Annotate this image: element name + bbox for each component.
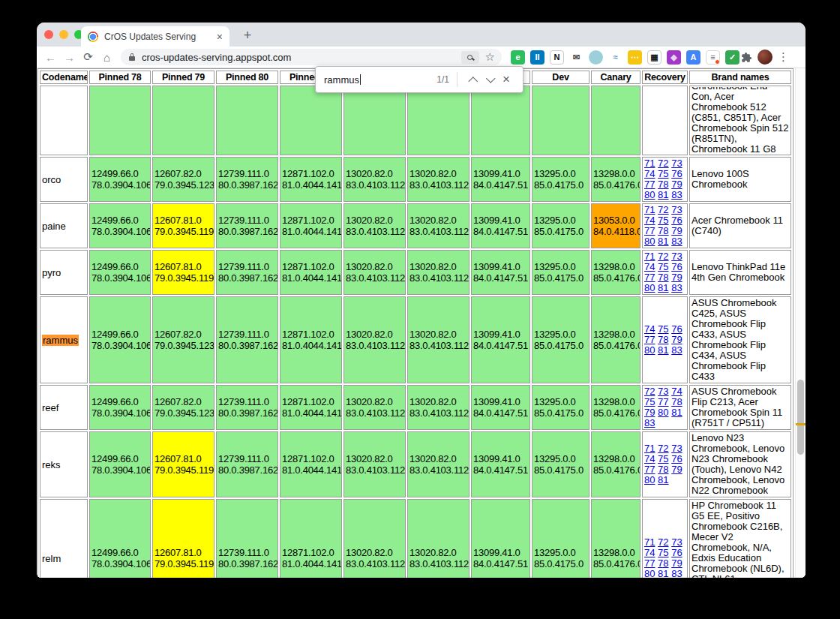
reload-button[interactable]: ⟳ xyxy=(79,50,98,64)
recovery-link[interactable]: 74 xyxy=(644,453,655,464)
recovery-link[interactable]: 83 xyxy=(671,344,682,356)
recovery-link[interactable]: 72 xyxy=(658,443,668,454)
recovery-link[interactable]: 73 xyxy=(671,204,682,215)
recovery-link[interactable]: 81 xyxy=(658,189,668,200)
bookmark-star-icon[interactable]: ☆ xyxy=(485,50,495,64)
traffic-light-minimize[interactable] xyxy=(59,30,68,39)
recovery-link[interactable]: 74 xyxy=(644,215,655,226)
purple-icon[interactable]: ◆ xyxy=(667,50,681,65)
recovery-link[interactable]: 81 xyxy=(658,474,668,485)
recovery-link[interactable]: 75 xyxy=(644,396,655,407)
qr-code-icon[interactable]: ▦ xyxy=(647,50,662,65)
recovery-link[interactable]: 73 xyxy=(671,536,682,548)
recovery-link[interactable]: 76 xyxy=(671,168,682,179)
tab-close-icon[interactable]: × xyxy=(217,32,223,42)
recovery-link[interactable]: 81 xyxy=(658,282,668,293)
recovery-link[interactable]: 83 xyxy=(671,236,682,247)
recovery-link[interactable]: 76 xyxy=(671,215,682,226)
recovery-link[interactable]: 75 xyxy=(658,215,668,226)
recovery-link[interactable]: 71 xyxy=(644,204,655,215)
find-previous-button[interactable] xyxy=(465,71,482,88)
recovery-link[interactable]: 77 xyxy=(644,334,655,345)
find-in-page-indicator[interactable] xyxy=(461,51,479,64)
browser-tab[interactable]: CrOS Updates Serving × xyxy=(81,26,230,47)
dolphin-icon[interactable]: ≈ xyxy=(608,50,622,65)
recovery-link[interactable]: 76 xyxy=(671,547,682,558)
profile-avatar[interactable] xyxy=(758,50,772,65)
recovery-link[interactable]: 79 xyxy=(671,225,682,236)
recovery-link[interactable]: 78 xyxy=(658,334,668,345)
recovery-link[interactable]: 75 xyxy=(658,261,668,272)
recovery-link[interactable]: 76 xyxy=(671,323,682,335)
recovery-link[interactable]: 74 xyxy=(671,386,682,397)
recovery-link[interactable]: 78 xyxy=(658,557,668,569)
recovery-link[interactable]: 73 xyxy=(671,158,682,169)
recovery-link[interactable]: 77 xyxy=(644,272,655,283)
find-close-button[interactable]: × xyxy=(498,72,514,87)
recovery-link[interactable]: 80 xyxy=(644,344,655,356)
new-tab-button[interactable]: + xyxy=(239,28,256,44)
forward-button[interactable]: → xyxy=(60,51,79,64)
recovery-link[interactable]: 76 xyxy=(671,261,682,272)
browser-menu-button[interactable]: ⋮ xyxy=(778,50,788,64)
recovery-link[interactable]: 83 xyxy=(671,189,682,200)
recovery-link[interactable]: 83 xyxy=(671,568,682,578)
recovery-link[interactable]: 78 xyxy=(658,464,668,475)
recovery-link[interactable]: 80 xyxy=(644,282,655,293)
yellow-dots-icon[interactable]: ⋯ xyxy=(628,50,642,65)
mail-icon[interactable]: ✉ xyxy=(569,50,584,65)
recovery-link[interactable]: 79 xyxy=(671,334,682,345)
recovery-link[interactable]: 81 xyxy=(658,568,668,578)
recovery-link[interactable]: 75 xyxy=(658,323,668,335)
recovery-link[interactable]: 80 xyxy=(644,189,655,200)
evernote-icon[interactable]: e xyxy=(511,50,525,65)
recovery-link[interactable]: 74 xyxy=(644,323,655,335)
recovery-link[interactable]: 73 xyxy=(671,251,682,262)
recovery-link[interactable]: 74 xyxy=(644,547,655,558)
find-next-button[interactable] xyxy=(482,71,498,88)
recovery-link[interactable]: 83 xyxy=(671,282,682,293)
traffic-light-close[interactable] xyxy=(44,30,53,39)
recovery-link[interactable]: 71 xyxy=(644,158,655,169)
recovery-link[interactable]: 80 xyxy=(658,407,668,418)
recovery-link[interactable]: 79 xyxy=(671,464,682,475)
shield-check-icon[interactable]: ✓ xyxy=(725,50,740,65)
home-button[interactable]: ⌂ xyxy=(98,51,116,64)
recovery-link[interactable]: 78 xyxy=(658,179,668,190)
recovery-link[interactable]: 75 xyxy=(658,168,668,179)
recovery-link[interactable]: 75 xyxy=(658,547,668,558)
recovery-link[interactable]: 78 xyxy=(658,272,668,283)
recovery-link[interactable]: 72 xyxy=(658,158,668,169)
recovery-link[interactable]: 73 xyxy=(658,386,668,397)
recovery-link[interactable]: 83 xyxy=(644,417,655,428)
recovery-link[interactable]: 77 xyxy=(644,179,655,190)
find-input[interactable]: rammus xyxy=(324,74,359,86)
recovery-link[interactable]: 77 xyxy=(658,396,668,407)
recovery-link[interactable]: 72 xyxy=(658,251,668,262)
recovery-link[interactable]: 72 xyxy=(644,386,655,397)
recovery-link[interactable]: 77 xyxy=(644,557,655,569)
recovery-link[interactable]: 79 xyxy=(671,179,682,190)
recovery-link[interactable]: 81 xyxy=(671,407,682,418)
recovery-link[interactable]: 71 xyxy=(644,443,655,454)
translate-icon[interactable]: A xyxy=(686,50,700,65)
extensions-puzzle-icon[interactable] xyxy=(741,52,752,63)
recovery-link[interactable]: 79 xyxy=(644,407,655,418)
recovery-link[interactable]: 71 xyxy=(644,251,655,262)
recovery-link[interactable]: 80 xyxy=(644,474,655,485)
recovery-link[interactable]: 75 xyxy=(658,453,668,464)
recovery-link[interactable]: 71 xyxy=(644,536,655,548)
teal-circle-icon[interactable] xyxy=(589,50,603,65)
trello-icon[interactable]: II xyxy=(530,50,544,65)
recovery-link[interactable]: 77 xyxy=(644,464,655,475)
recovery-link[interactable]: 76 xyxy=(671,453,682,464)
recovery-link[interactable]: 74 xyxy=(644,261,655,272)
recovery-link[interactable]: 79 xyxy=(671,272,682,283)
tasks-list-icon[interactable]: ≡ xyxy=(706,50,720,65)
recovery-link[interactable]: 74 xyxy=(644,168,655,179)
recovery-link[interactable]: 80 xyxy=(644,236,655,247)
recovery-link[interactable]: 80 xyxy=(644,568,655,578)
scrollbar-thumb[interactable] xyxy=(797,380,804,455)
recovery-link[interactable]: 78 xyxy=(671,396,682,407)
back-button[interactable]: ← xyxy=(41,51,60,64)
